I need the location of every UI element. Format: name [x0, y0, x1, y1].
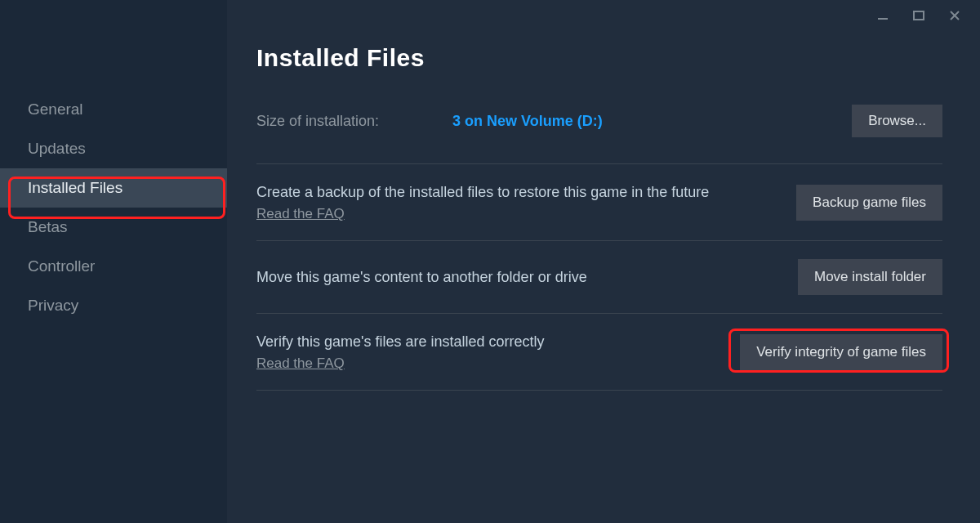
- sidebar-item-label: General: [28, 101, 83, 118]
- sidebar-item-betas[interactable]: Betas: [0, 208, 227, 247]
- window-controls: [874, 8, 964, 23]
- sidebar-item-label: Controller: [28, 257, 95, 275]
- move-desc: Move this game's content to another fold…: [256, 267, 773, 288]
- svg-rect-1: [914, 11, 924, 20]
- sidebar-item-label: Installed Files: [28, 179, 122, 196]
- sidebar: General Updates Installed Files Betas Co…: [0, 0, 227, 523]
- sidebar-item-label: Updates: [28, 140, 86, 157]
- verify-desc: Verify this game's files are installed c…: [256, 332, 715, 352]
- verify-faq-link[interactable]: Read the FAQ: [256, 355, 345, 372]
- backup-section: Create a backup of the installed files t…: [256, 163, 942, 240]
- move-button[interactable]: Move install folder: [798, 259, 942, 295]
- sidebar-item-general[interactable]: General: [0, 90, 227, 129]
- verify-button[interactable]: Verify integrity of game files: [740, 334, 942, 370]
- close-icon[interactable]: [946, 8, 964, 23]
- browse-button[interactable]: Browse...: [852, 105, 942, 137]
- backup-faq-link[interactable]: Read the FAQ: [256, 206, 345, 222]
- section-text: Verify this game's files are installed c…: [256, 332, 740, 372]
- size-label: Size of installation:: [256, 113, 379, 130]
- verify-section: Verify this game's files are installed c…: [256, 313, 942, 391]
- sidebar-item-installed-files[interactable]: Installed Files: [0, 168, 227, 208]
- main-panel: Installed Files Size of installation: 3 …: [227, 0, 980, 523]
- backup-button[interactable]: Backup game files: [796, 185, 942, 221]
- backup-desc: Create a backup of the installed files t…: [256, 182, 772, 203]
- move-section: Move this game's content to another fold…: [256, 240, 942, 313]
- sidebar-item-controller[interactable]: Controller: [0, 247, 227, 286]
- install-location[interactable]: 3 on New Volume (D:): [452, 113, 852, 130]
- page-title: Installed Files: [256, 44, 942, 72]
- section-text: Create a backup of the installed files t…: [256, 182, 796, 222]
- sidebar-item-privacy[interactable]: Privacy: [0, 286, 227, 325]
- sidebar-item-label: Betas: [28, 218, 68, 235]
- sidebar-item-updates[interactable]: Updates: [0, 129, 227, 168]
- maximize-icon[interactable]: [910, 8, 928, 23]
- sidebar-item-label: Privacy: [28, 297, 78, 314]
- section-text: Move this game's content to another fold…: [256, 267, 798, 288]
- size-row: Size of installation: 3 on New Volume (D…: [256, 105, 942, 137]
- minimize-icon[interactable]: [874, 8, 892, 23]
